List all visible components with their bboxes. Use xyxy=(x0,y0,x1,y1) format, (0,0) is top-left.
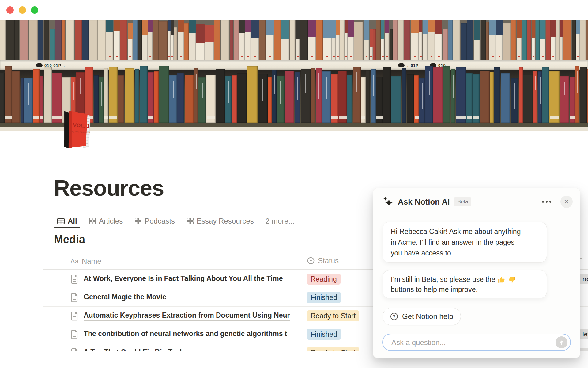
table-row-title-link[interactable]: A Tax That Could Fix Big Tech xyxy=(84,348,184,351)
ai-panel-header: Ask Notion AI Beta ✕ xyxy=(382,195,573,208)
ask-question-field[interactable] xyxy=(391,335,545,350)
tab-label: Articles xyxy=(99,217,123,225)
column-border xyxy=(304,251,304,351)
view-tabs: AllArticlesPodcastsEssay Resources2 more… xyxy=(54,215,298,228)
shelf-sticker-icon xyxy=(36,63,43,67)
tab-label: Podcasts xyxy=(145,217,175,225)
shelf-label-text: ←01P xyxy=(406,63,419,68)
gallery-view-icon xyxy=(134,217,142,225)
status-badge[interactable]: Reading xyxy=(307,274,341,285)
column-header-label: Status xyxy=(318,256,339,265)
tab-articles[interactable]: Articles xyxy=(86,215,126,228)
tab-essay-resources[interactable]: Essay Resources xyxy=(183,215,257,228)
thumbs-down-icon xyxy=(508,276,516,284)
status-badge[interactable]: Ready to Start xyxy=(307,347,359,351)
send-button[interactable] xyxy=(556,336,567,348)
svg-text:VOL. 1: VOL. 1 xyxy=(73,122,90,129)
edge-tag-chip[interactable] xyxy=(579,348,588,351)
svg-text:?: ? xyxy=(393,314,396,319)
tab-label: Essay Resources xyxy=(197,217,254,225)
title-property-icon: Aa xyxy=(70,257,79,265)
column-header-status[interactable]: Status xyxy=(307,256,339,265)
table-row-title-link[interactable]: The contribution of neural networks and … xyxy=(84,330,287,339)
zoom-window-button[interactable] xyxy=(31,6,38,14)
tab-label: All xyxy=(68,217,77,225)
ai-panel-title: Ask Notion AI xyxy=(398,197,450,207)
column-header-label: Name xyxy=(82,257,101,266)
tab-podcasts[interactable]: Podcasts xyxy=(131,215,178,228)
document-icon xyxy=(71,293,79,304)
window-titlebar xyxy=(0,0,588,20)
bookshelf-top-row xyxy=(0,20,588,60)
ask-question-input[interactable] xyxy=(382,334,571,351)
tab-all[interactable]: All xyxy=(54,215,80,228)
shelf-sticker-icon xyxy=(398,63,405,67)
table-row-title-link[interactable]: Automatic Keyphrases Extraction from Doc… xyxy=(84,311,290,321)
gallery-view-icon xyxy=(89,217,96,225)
document-icon xyxy=(71,348,79,351)
table-view-icon xyxy=(57,217,65,225)
table-row-title-link[interactable]: General Magic the Movie xyxy=(84,293,166,302)
status-badge[interactable]: Finished xyxy=(307,292,341,303)
document-icon xyxy=(71,311,79,322)
question-mark-icon: ? xyxy=(390,312,398,320)
gallery-view-icon xyxy=(187,217,194,225)
get-notion-help-button[interactable]: ? Get Notion help xyxy=(383,308,461,325)
section-heading: Media xyxy=(54,233,85,246)
status-property-icon xyxy=(307,257,315,265)
edge-tag-chip[interactable]: re xyxy=(579,274,588,284)
column-border xyxy=(350,251,350,351)
document-icon xyxy=(71,274,79,285)
beta-badge: Beta xyxy=(454,197,471,206)
page-title: Resources xyxy=(54,175,164,201)
status-badge[interactable]: Finished xyxy=(307,329,341,340)
close-window-button[interactable] xyxy=(6,6,14,14)
tabs-more-button[interactable]: 2 more... xyxy=(262,217,298,225)
ai-sparkle-icon xyxy=(382,196,394,208)
thumbs-up-icon xyxy=(498,276,506,284)
text-caret xyxy=(390,338,390,347)
table-row-title-link[interactable]: At Work, Everyone Is in Fact Talking Abo… xyxy=(84,274,283,284)
close-icon[interactable]: ✕ xyxy=(560,196,573,208)
ai-message: Hi Rebecca Cakir! Ask me about anything … xyxy=(383,222,547,263)
edge-tag-chip[interactable]: let xyxy=(579,329,588,339)
more-options-icon[interactable] xyxy=(540,199,553,205)
page-icon-red-book[interactable]: VOL. 1 by Jane Appleseed xyxy=(58,109,95,150)
minimize-window-button[interactable] xyxy=(19,6,26,14)
column-header-name[interactable]: Aa Name xyxy=(70,257,101,266)
notion-window: 010 01P→ ←01P 010→ VOL. 1 xyxy=(0,0,588,368)
shelf-label: ←01P xyxy=(398,63,419,68)
ask-notion-ai-panel: Ask Notion AI Beta ✕ Hi Rebecca Cakir! A… xyxy=(373,188,580,358)
help-button-label: Get Notion help xyxy=(402,312,453,321)
ai-message: I’m still in Beta, so please use the xyxy=(383,270,547,298)
status-badge[interactable]: Ready to Start xyxy=(307,310,359,321)
document-icon xyxy=(71,330,79,340)
